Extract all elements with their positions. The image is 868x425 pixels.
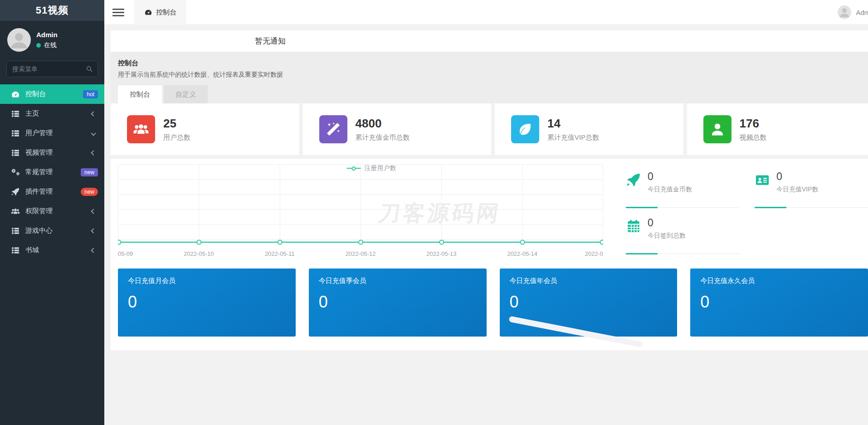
rocket-icon: [626, 172, 641, 188]
sidebar-search: [6, 61, 98, 77]
sidebar-item-label: 视频管理: [25, 148, 53, 157]
stat-card-total-videos: 176 视频总数: [687, 103, 868, 155]
member-card-yearly: 今日充值年会员 0: [500, 269, 678, 337]
chevron-left-icon: [91, 111, 96, 116]
member-card-label: 今日充值年会员: [510, 277, 668, 285]
sidebar-item-label: 控制台: [25, 90, 46, 98]
member-card-value: 0: [128, 293, 286, 312]
mini-stats: 0 今日充值金币数 0 今日充值VIP数: [603, 163, 868, 260]
sidebar-item-label: 书城: [25, 246, 39, 254]
app-root: 51视频 Admin 在线 控制台: [0, 0, 868, 425]
legend-label: 注册用户数: [364, 164, 396, 172]
chevron-left-icon: [91, 228, 96, 233]
sidebar-nav: 控制台 hot 主页 用户管理 视频管理 常规管理 new: [0, 84, 104, 260]
search-input[interactable]: [6, 61, 98, 77]
content: 暂无通知 控制台 用于展示当前系统中的统计数据、统计报表及重要实时数据 控制台 …: [111, 30, 868, 350]
x-tick-label: 2022-0: [585, 250, 603, 257]
sidebar-item-label: 主页: [25, 109, 39, 118]
mini-stat-today-vip: 0 今日充值VIP数: [755, 171, 868, 208]
x-tick-label: 2022-05-14: [507, 250, 537, 257]
app-title: 51视频: [0, 0, 104, 21]
page-title: 控制台: [118, 59, 868, 68]
sidebar-item-video-management[interactable]: 视频管理: [0, 143, 104, 162]
sidebar-item-dashboard[interactable]: 控制台 hot: [0, 84, 104, 104]
stat-label: 累计充值金币总数: [356, 133, 410, 142]
member-card-permanent: 今日充值永久会员 0: [690, 269, 868, 337]
stat-label: 用户总数: [163, 133, 190, 142]
page-description: 用于展示当前系统中的统计数据、统计报表及重要实时数据: [118, 71, 868, 79]
sidebar-item-home[interactable]: 主页: [0, 104, 104, 123]
sidebar-item-label: 插件管理: [25, 187, 53, 196]
line-chart-canvas: [118, 163, 603, 246]
sidebar-item-label: 权限管理: [25, 207, 53, 215]
stat-card-total-users: 25 用户总数: [111, 103, 299, 155]
topbar-user-name: Admin: [856, 9, 868, 16]
sidebar-item-game-center[interactable]: 游戏中心: [0, 221, 104, 240]
new-badge: new: [81, 168, 98, 176]
list-icon: [11, 246, 20, 255]
member-card-value: 0: [319, 293, 477, 312]
x-tick-label: 2022-05-13: [426, 250, 457, 257]
leaf-icon: [517, 121, 533, 137]
member-card-monthly: 今日充值月会员 0: [118, 269, 296, 337]
tab-custom[interactable]: 自定义: [164, 85, 208, 103]
chart-x-axis: 05-09 2022-05-10 2022-05-11 2022-05-12 2…: [118, 250, 603, 260]
sidebar-item-bookstore[interactable]: 书城: [0, 240, 104, 260]
online-status-dot: [36, 43, 41, 48]
hamburger-menu-icon[interactable]: [112, 7, 124, 18]
x-tick-label: 2022-05-12: [346, 250, 376, 257]
topbar-user-menu[interactable]: Admin: [838, 5, 868, 19]
sidebar-item-label: 游戏中心: [25, 226, 53, 235]
list-icon: [11, 226, 20, 235]
sidebar-item-user-management[interactable]: 用户管理: [0, 123, 104, 143]
sidebar-profile: Admin 在线: [0, 21, 104, 58]
mini-stat-label: 今日签到总数: [648, 232, 686, 240]
topbar-tab-dashboard[interactable]: 控制台: [134, 0, 186, 25]
profile-name: Admin: [36, 31, 58, 39]
watermark-text: 刀客源码网: [377, 199, 503, 228]
sidebar-item-general-management[interactable]: 常规管理 new: [0, 162, 104, 182]
list-icon: [11, 109, 20, 118]
chart-section: 注册用户数 刀客源码网: [111, 159, 868, 260]
list-icon: [11, 148, 20, 157]
topbar: 控制台 Admin: [104, 0, 868, 25]
sidebar-item-permission-management[interactable]: 权限管理: [0, 201, 104, 221]
tab-dashboard[interactable]: 控制台: [118, 85, 162, 103]
stat-value: 4800: [356, 117, 410, 131]
users-icon: [11, 207, 20, 216]
member-card-value: 0: [700, 293, 858, 312]
list-icon: [11, 129, 20, 138]
dashboard-icon: [11, 90, 20, 99]
stat-card-total-coins: 4800 累计充值金币总数: [303, 103, 492, 155]
person-icon: [709, 121, 726, 137]
member-card-quarterly: 今日充值季会员 0: [309, 269, 487, 337]
sidebar-item-label: 用户管理: [25, 129, 53, 137]
users-group-icon: [133, 121, 149, 137]
online-status-label: 在线: [44, 41, 57, 49]
chevron-left-icon: [91, 248, 96, 253]
x-tick-label: 05-09: [118, 250, 133, 257]
sidebar-item-plugin-management[interactable]: 插件管理 new: [0, 182, 104, 201]
chevron-left-icon: [91, 209, 96, 214]
sidebar: 51视频 Admin 在线 控制台: [0, 0, 104, 425]
avatar: [7, 28, 31, 52]
mini-stat-value: 0: [648, 171, 692, 183]
stat-cards-row: 25 用户总数 4800 累计充值金币总数: [111, 103, 868, 159]
stat-label: 累计充值VIP总数: [547, 133, 599, 142]
stat-label: 视频总数: [740, 133, 767, 142]
mini-stat-today-checkins: 0 今日签到总数: [626, 217, 739, 254]
search-icon: [85, 65, 93, 73]
hot-badge: hot: [83, 90, 98, 98]
mini-stat-today-coins: 0 今日充值金币数: [626, 171, 739, 208]
page-header: 控制台 用于展示当前系统中的统计数据、统计报表及重要实时数据 控制台 自定义: [111, 52, 868, 103]
member-card-value: 0: [510, 293, 668, 312]
member-card-label: 今日充值永久会员: [700, 277, 858, 285]
mini-stat-value: 0: [776, 171, 819, 183]
sidebar-item-label: 常规管理: [25, 168, 53, 176]
gears-icon: [11, 168, 20, 177]
topbar-tab-label: 控制台: [156, 8, 176, 17]
new-badge: new: [81, 188, 98, 196]
rocket-icon: [11, 187, 20, 196]
member-cards-row: 今日充值月会员 0 今日充值季会员 0 今日充值年会员 0 今日充值永久会员 0: [118, 269, 868, 337]
stat-value: 176: [740, 117, 767, 131]
